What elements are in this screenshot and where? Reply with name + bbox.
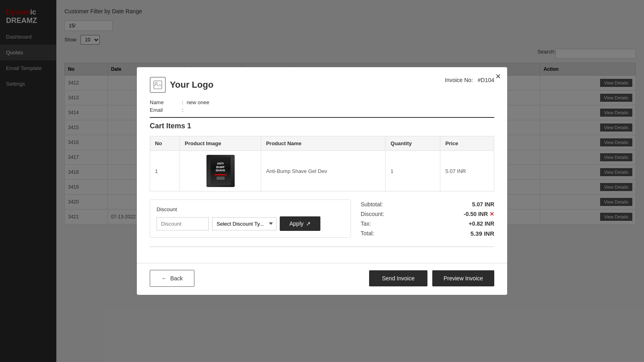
col-quantity: Quantity [386, 136, 440, 151]
discount-controls: Select Discount Ty... Percentage Fixed A… [157, 216, 344, 231]
logo-icon [150, 77, 166, 93]
modal-footer: ← Back Send Invoice Preview Invoice [137, 263, 507, 295]
back-label: Back [170, 275, 183, 282]
back-icon: ← [161, 275, 167, 282]
logo-area: Your Logo [150, 77, 213, 93]
cell-product-name: Anti-Bump Shave Gel Dev [261, 151, 385, 191]
discount-type-select[interactable]: Select Discount Ty... Percentage Fixed A… [212, 217, 277, 230]
col-product-image: Product Image [180, 136, 261, 151]
invoice-header: Your Logo Invoice No: #D104 [150, 77, 494, 93]
modal-body: × Your Logo Invoice No: [137, 67, 507, 263]
invoice-modal: × Your Logo Invoice No: [137, 67, 507, 295]
tax-value: +0.82 INR [469, 220, 494, 227]
total-label: Total: [361, 230, 374, 237]
discount-row: Discount: -0.50 INR✕ [361, 211, 494, 217]
cell-product-image: ANTIBUMPSHAVE [180, 151, 261, 191]
name-row: Name : new onee [150, 99, 494, 105]
logo-text: Your Logo [170, 80, 213, 90]
discount-amount: -0.50 INR [464, 211, 488, 217]
tax-row: Tax: +0.82 INR [361, 220, 494, 227]
cart-table: No Product Image Product Name Quantity P… [150, 136, 494, 191]
discount-remove-icon[interactable]: ✕ [489, 211, 494, 217]
discount-box: Discount Select Discount Ty... Percentag… [150, 200, 351, 238]
cart-heading: Cart Items 1 [150, 122, 494, 130]
total-value: 5.39 INR [471, 230, 494, 237]
invoice-no-value: #D104 [478, 77, 494, 83]
name-value: new onee [187, 99, 209, 105]
apply-arrow-icon: ↗ [306, 220, 311, 227]
total-row: Total: 5.39 INR [361, 230, 494, 237]
discount-total-value: -0.50 INR✕ [464, 211, 494, 217]
cart-table-row: 1 ANTIBUMPSHAVE Anti-Bump Shave Gel Dev [150, 151, 494, 191]
col-product-name: Product Name [261, 136, 385, 151]
totals-area: Subtotal: 5.07 INR Discount: -0.50 INR✕ … [361, 200, 494, 240]
subtotal-label: Subtotal: [361, 201, 383, 208]
name-sep: : [182, 99, 184, 105]
cell-row-no: 1 [150, 151, 180, 191]
modal-overlay: × Your Logo Invoice No: [0, 0, 644, 362]
invoice-no-label: Invoice No: [445, 77, 473, 83]
send-invoice-button[interactable]: Send Invoice [369, 270, 427, 286]
discount-total-label: Discount: [361, 211, 384, 217]
subtotal-value: 5.07 INR [472, 201, 494, 208]
col-no: No [150, 136, 180, 151]
close-button[interactable]: × [495, 72, 501, 81]
email-label: Email [150, 107, 182, 113]
preview-invoice-button[interactable]: Preview Invoice [432, 270, 494, 286]
invoice-info: Name : new onee Email : [150, 99, 494, 113]
footer-right-buttons: Send Invoice Preview Invoice [369, 270, 494, 286]
email-row: Email : [150, 107, 494, 113]
cell-quantity: 1 [386, 151, 440, 191]
divider-top [150, 117, 494, 118]
subtotal-row: Subtotal: 5.07 INR [361, 201, 494, 208]
svg-rect-0 [154, 81, 162, 89]
col-price: Price [440, 136, 494, 151]
discount-input[interactable] [157, 217, 209, 230]
invoice-number: Invoice No: #D104 [445, 77, 494, 83]
divider-bottom [150, 247, 494, 247]
email-sep: : [182, 107, 184, 113]
tax-label: Tax: [361, 220, 371, 227]
bottom-section: Discount Select Discount Ty... Percentag… [150, 200, 494, 240]
cell-price: 5.07 INR [440, 151, 494, 191]
name-label: Name [150, 99, 182, 105]
back-button[interactable]: ← Back [150, 270, 194, 287]
apply-button[interactable]: Apply ↗ [280, 216, 320, 231]
discount-section-label: Discount [157, 206, 344, 212]
product-image-thumbnail: ANTIBUMPSHAVE [206, 155, 235, 187]
cart-table-header-row: No Product Image Product Name Quantity P… [150, 136, 494, 151]
apply-label: Apply [289, 220, 303, 227]
